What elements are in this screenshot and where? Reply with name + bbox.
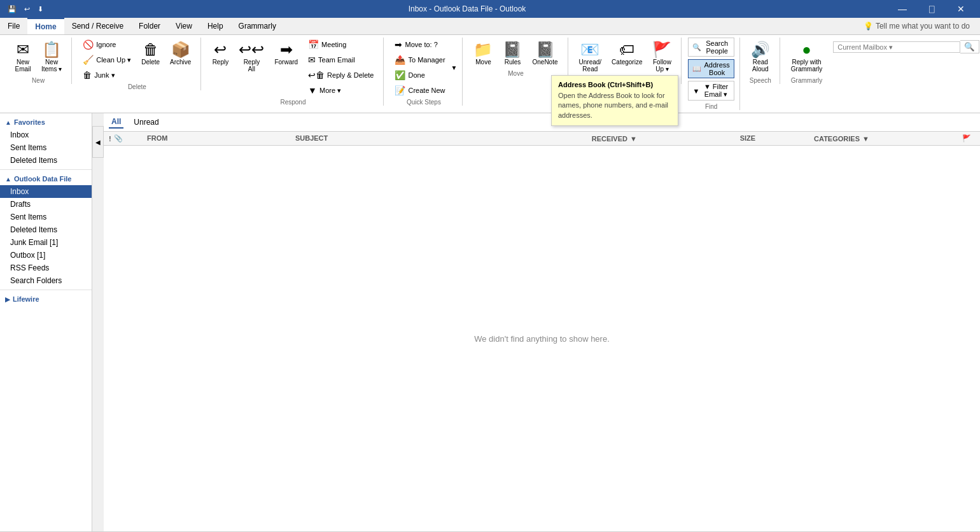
new-email-icon: ✉ xyxy=(17,41,29,59)
ribbon-group-respond: ↩ Reply ↩↩ ReplyAll ➡ Forward 📅 Meeting xyxy=(202,38,384,106)
window-title: Inbox - Outlook Data File - Outlook xyxy=(46,4,888,13)
sidebar-item-inbox[interactable]: Inbox xyxy=(0,185,92,198)
ignore-icon: 🚫 xyxy=(83,39,94,50)
sidebar-item-search-folders[interactable]: Search Folders xyxy=(0,274,92,287)
search-input[interactable] xyxy=(833,41,960,53)
to-manager-icon: 📤 xyxy=(395,55,405,65)
new-email-btn[interactable]: ✉ NewEmail xyxy=(10,38,36,76)
reply-all-btn[interactable]: ↩↩ ReplyAll xyxy=(234,38,269,76)
filter-email-btn[interactable]: ▼ ▼ Filter Email ▾ xyxy=(688,81,734,101)
forward-btn[interactable]: ➡ Forward xyxy=(270,38,302,69)
qs-expand-btn[interactable]: ▼ xyxy=(451,64,458,71)
meeting-btn[interactable]: 📅 Meeting xyxy=(304,38,378,52)
archive-icon: 📦 xyxy=(171,41,190,59)
address-book-icon: 📖 xyxy=(692,65,701,73)
search-people-btn[interactable]: 🔍 Search People xyxy=(688,38,734,57)
move-to-icon: ➡ xyxy=(395,39,402,50)
read-aloud-btn[interactable]: 🔊 ReadAloud xyxy=(746,38,774,76)
sidebar-item-deleted[interactable]: Deleted Items xyxy=(0,223,92,236)
tab-send-receive[interactable]: Send / Receive xyxy=(64,18,131,34)
filter-tab-all[interactable]: All xyxy=(109,116,123,129)
move-to-btn[interactable]: ➡ Move to: ? xyxy=(390,38,449,52)
filter-tab-unread[interactable]: Unread xyxy=(131,116,161,128)
sidebar-item-rss[interactable]: RSS Feeds xyxy=(0,262,92,274)
move-btn[interactable]: 📁 Move xyxy=(469,38,497,69)
sidebar-item-junk[interactable]: Junk Email [1] xyxy=(0,236,92,249)
col-header-icons: ! 📎 xyxy=(109,134,147,143)
sidebar-section-lifewire[interactable]: ▶ Lifewire xyxy=(0,293,92,305)
create-new-icon: 📝 xyxy=(395,85,405,95)
new-items-btn[interactable]: 📋 NewItems ▾ xyxy=(37,38,66,76)
sidebar-item-favorites-sent[interactable]: Sent Items xyxy=(0,141,92,154)
to-manager-btn[interactable]: 📤 To Manager xyxy=(390,53,449,67)
tab-view[interactable]: View xyxy=(168,18,200,34)
categorize-btn[interactable]: 🏷 Categorize xyxy=(607,38,647,69)
sidebar-item-drafts[interactable]: Drafts xyxy=(0,198,92,211)
sidebar-item-favorites-inbox[interactable]: Inbox xyxy=(0,129,92,141)
ribbon-group-grammarly: ● Reply withGrammarly Grammarly xyxy=(781,38,832,84)
col-header-size[interactable]: SIZE xyxy=(740,134,814,143)
ignore-btn[interactable]: 🚫 Ignore xyxy=(78,38,136,52)
sidebar-item-favorites-deleted[interactable]: Deleted Items xyxy=(0,154,92,167)
rules-btn[interactable]: 📓 Rules xyxy=(498,38,526,69)
col-header-received[interactable]: RECEIVED ▼ xyxy=(592,134,740,143)
read-aloud-icon: 🔊 xyxy=(751,41,770,59)
address-book-btn[interactable]: 📖 Address Book xyxy=(688,59,734,78)
tab-help[interactable]: Help xyxy=(200,18,231,34)
follow-up-icon: 🚩 xyxy=(652,41,671,59)
tab-home[interactable]: Home xyxy=(27,18,64,34)
grammarly-btn[interactable]: ● Reply withGrammarly xyxy=(787,38,827,76)
junk-btn[interactable]: 🗑 Junk ▾ xyxy=(78,68,136,82)
forward-icon: ➡ xyxy=(280,41,293,59)
sidebar-collapse-btn[interactable]: ◀ xyxy=(92,126,104,158)
create-new-btn[interactable]: 📝 Create New xyxy=(390,83,449,97)
sidebar-divider-1 xyxy=(0,169,92,170)
grammarly-icon: ● xyxy=(802,41,811,59)
tab-folder[interactable]: Folder xyxy=(131,18,168,34)
restore-btn[interactable]: ⎕ xyxy=(918,0,946,18)
done-btn[interactable]: ✅ Done xyxy=(390,68,449,82)
tell-me-input[interactable]: 💡 Tell me what you want to do xyxy=(858,20,975,32)
window-controls: — ⎕ ✕ xyxy=(888,0,975,18)
meeting-icon: 📅 xyxy=(308,39,319,50)
archive-btn[interactable]: 📦 Archive xyxy=(165,38,195,69)
col-header-subject[interactable]: SUBJECT xyxy=(295,134,592,143)
respond-col-sm: 📅 Meeting ✉ Team Email ↩🗑 Reply & Delete… xyxy=(304,38,378,97)
minimize-btn[interactable]: — xyxy=(888,0,916,18)
reply-btn[interactable]: ↩ Reply xyxy=(207,38,233,69)
sidebar-section-outlook[interactable]: ▲ Outlook Data File xyxy=(0,172,92,185)
title-bar-left: 💾 ↩ ⬇ xyxy=(5,4,46,15)
close-btn[interactable]: ✕ xyxy=(947,0,975,18)
address-book-tooltip: Address Book (Ctrl+Shift+B) Open the Add… xyxy=(551,75,678,126)
chevron-lifewire-icon: ▶ xyxy=(5,296,10,303)
tab-file[interactable]: File xyxy=(0,18,27,34)
reply-delete-btn[interactable]: ↩🗑 Reply & Delete xyxy=(304,68,378,82)
ribbon-group-find: 🔍 Search People 📖 Address Book ▼ ▼ Filte… xyxy=(683,38,739,110)
sidebar: ▲ Favorites Inbox Sent Items Deleted Ite… xyxy=(0,113,92,531)
undo-qa-btn[interactable]: ↩ xyxy=(22,4,32,15)
sidebar-section-favorites[interactable]: ▲ Favorites xyxy=(0,116,92,129)
delete-col-1: 🚫 Ignore 🧹 Clean Up ▾ 🗑 Junk ▾ xyxy=(78,38,136,82)
col-header-categories[interactable]: CATEGORIES ▼ xyxy=(814,134,962,143)
filter-bar: All Unread xyxy=(104,113,980,132)
col-header-flag: 🚩 xyxy=(962,134,975,143)
tab-grammarly[interactable]: Grammarly xyxy=(231,18,284,34)
delete-btn[interactable]: 🗑 Delete xyxy=(137,38,164,69)
search-people-area: 🔍 Search People xyxy=(688,38,734,58)
follow-up-btn[interactable]: 🚩 FollowUp ▾ xyxy=(648,38,676,76)
cleanup-icon: 🧹 xyxy=(83,55,94,65)
sidebar-item-outbox[interactable]: Outbox [1] xyxy=(0,249,92,262)
save-qa-btn[interactable]: 💾 xyxy=(5,4,19,15)
sidebar-item-sent[interactable]: Sent Items xyxy=(0,211,92,223)
team-email-btn[interactable]: ✉ Team Email xyxy=(304,53,378,67)
tooltip-body: Open the Address Book to look for names,… xyxy=(558,91,671,120)
search-submit-btn[interactable]: 🔍 xyxy=(960,40,979,53)
onenote-btn[interactable]: 📓 OneNote xyxy=(528,38,562,69)
cleanup-btn[interactable]: 🧹 Clean Up ▾ xyxy=(78,53,136,67)
col-header-from[interactable]: FROM xyxy=(147,134,295,143)
tags-group-content: 📧 Unread/Read 🏷 Categorize 🚩 FollowUp ▾ xyxy=(575,38,676,76)
flag-icon: 🚩 xyxy=(962,134,971,142)
unread-read-btn[interactable]: 📧 Unread/Read xyxy=(575,38,606,76)
down-qa-btn[interactable]: ⬇ xyxy=(35,4,46,15)
more-btn[interactable]: ▼ More ▾ xyxy=(304,83,378,97)
